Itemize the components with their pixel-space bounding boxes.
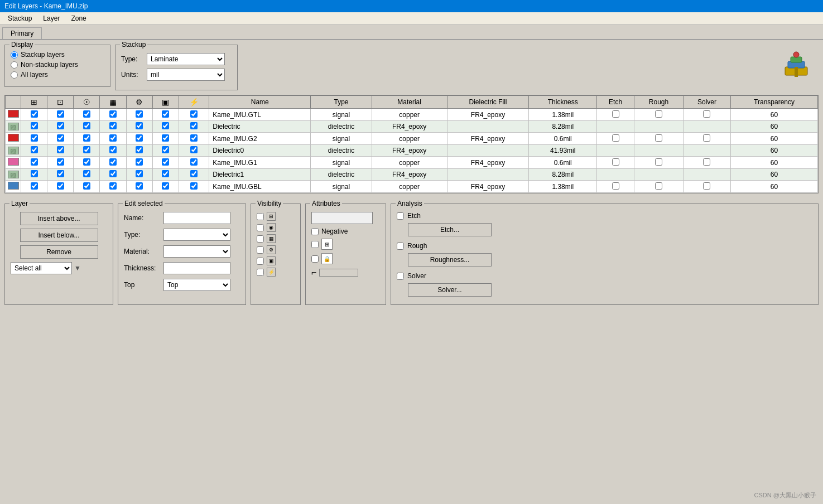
row-vis-check-0[interactable]: [31, 170, 38, 177]
row-vis-check-1[interactable]: [57, 110, 64, 118]
menu-stackup[interactable]: Stackup: [2, 13, 37, 23]
vis-check-3[interactable]: [257, 235, 264, 243]
row-solver-checkbox[interactable]: [703, 110, 710, 118]
row-vis-check-3[interactable]: [109, 134, 117, 142]
etch-button[interactable]: Etch...: [408, 223, 492, 236]
insert-below-button[interactable]: Insert below...: [20, 229, 98, 242]
tab-primary[interactable]: Primary: [2, 27, 42, 39]
vis-check-4[interactable]: [257, 246, 264, 254]
row-vis-check-5[interactable]: [162, 110, 169, 118]
row-etch-checkbox[interactable]: [612, 158, 619, 166]
row-vis-check-5[interactable]: [162, 134, 169, 142]
top-select[interactable]: Top Bottom: [163, 279, 230, 291]
row-etch-checkbox[interactable]: [612, 110, 619, 118]
vis-check-2[interactable]: [257, 224, 264, 231]
row-vis-check-6[interactable]: [190, 134, 198, 142]
row-vis-check-2[interactable]: [83, 146, 90, 153]
svg-point-3: [793, 52, 799, 57]
row-vis-check-1[interactable]: [57, 170, 64, 177]
row-rough-checkbox[interactable]: [655, 158, 662, 166]
row-vis-check-4[interactable]: [136, 158, 143, 166]
row-vis-check-0[interactable]: [31, 110, 38, 118]
attr-slider[interactable]: [319, 269, 358, 277]
row-vis-check-5[interactable]: [162, 170, 169, 177]
row-vis-check-6[interactable]: [190, 182, 198, 190]
row-vis-check-2[interactable]: [83, 158, 90, 166]
row-name: Kame_IMU.GTL: [209, 109, 311, 121]
row-vis-check-4[interactable]: [136, 170, 143, 177]
row-vis-check-1[interactable]: [57, 122, 64, 129]
row-vis-check-0[interactable]: [31, 158, 38, 166]
attr-check-1[interactable]: [311, 241, 319, 248]
rough-checkbox[interactable]: [397, 243, 404, 250]
row-vis-check-2[interactable]: [83, 134, 90, 142]
menu-zone[interactable]: Zone: [65, 13, 92, 23]
name-input[interactable]: [163, 212, 230, 224]
row-vis-check-3[interactable]: [109, 158, 117, 166]
row-vis-check-6[interactable]: [190, 170, 198, 177]
insert-above-button[interactable]: Insert above...: [20, 212, 98, 225]
row-solver-checkbox[interactable]: [703, 158, 710, 166]
row-etch-checkbox[interactable]: [612, 134, 619, 142]
row-vis-check-5[interactable]: [162, 122, 169, 129]
row-vis-check-3[interactable]: [109, 110, 117, 118]
row-vis-check-3[interactable]: [109, 182, 117, 190]
attr-check-2[interactable]: [311, 255, 319, 263]
row-rough-checkbox[interactable]: [655, 110, 662, 118]
stackup-layers-radio[interactable]: [11, 51, 18, 59]
color-cell: ▨: [6, 169, 21, 181]
row-vis-check-6[interactable]: [190, 158, 198, 166]
units-select[interactable]: mil mm in: [147, 69, 225, 81]
non-stackup-layers-radio[interactable]: [11, 61, 18, 69]
row-vis-check-4[interactable]: [136, 122, 143, 129]
row-vis-check-0[interactable]: [31, 134, 38, 142]
select-all-select[interactable]: Select all Signal layers Dielectric laye…: [11, 262, 72, 274]
row-vis-check-6[interactable]: [190, 122, 198, 129]
row-vis-check-4[interactable]: [136, 182, 143, 190]
row-vis-check-2[interactable]: [83, 182, 90, 190]
negative-checkbox[interactable]: [311, 228, 319, 235]
row-solver-checkbox[interactable]: [703, 182, 710, 190]
type-select[interactable]: Laminate Rigid-flex: [147, 53, 225, 65]
vis-check-1[interactable]: [257, 213, 264, 220]
row-vis-check-1[interactable]: [57, 158, 64, 166]
menu-layer[interactable]: Layer: [37, 13, 65, 23]
row-vis-check-1[interactable]: [57, 146, 64, 153]
row-vis-check-3[interactable]: [109, 122, 117, 129]
vis-check-5[interactable]: [257, 258, 264, 265]
remove-button[interactable]: Remove: [20, 245, 98, 259]
row-vis-check-1[interactable]: [57, 182, 64, 190]
type-edit-select[interactable]: signal dielectric: [163, 229, 230, 241]
row-vis-check-3[interactable]: [109, 146, 117, 153]
roughness-button[interactable]: Roughness...: [408, 253, 492, 266]
row-vis-check-2[interactable]: [83, 170, 90, 177]
row-vis-check-0[interactable]: [31, 122, 38, 129]
vis-check-6[interactable]: [257, 269, 264, 276]
row-vis-check-5[interactable]: [162, 182, 169, 190]
row-etch-checkbox[interactable]: [612, 182, 619, 190]
solver-checkbox[interactable]: [397, 273, 404, 280]
row-vis-check-2[interactable]: [83, 110, 90, 118]
row-vis-check-5[interactable]: [162, 146, 169, 153]
row-vis-check-2[interactable]: [83, 122, 90, 129]
row-vis-check-4[interactable]: [136, 134, 143, 142]
thickness-input[interactable]: [163, 262, 230, 274]
row-vis-check-3[interactable]: [109, 170, 117, 177]
row-vis-check-1[interactable]: [57, 134, 64, 142]
row-vis-check-4[interactable]: [136, 110, 143, 118]
row-vis-check-0[interactable]: [31, 182, 38, 190]
row-vis-check-4[interactable]: [136, 146, 143, 153]
row-solver-cell: [683, 109, 730, 121]
etch-checkbox[interactable]: [397, 212, 404, 220]
all-layers-radio[interactable]: [11, 71, 18, 79]
row-solver-checkbox[interactable]: [703, 134, 710, 142]
row-vis-check-5[interactable]: [162, 158, 169, 166]
row-vis-check-0[interactable]: [31, 146, 38, 153]
row-dielectric-fill: FR4_epoxy: [447, 181, 529, 193]
row-vis-check-6[interactable]: [190, 146, 198, 153]
row-rough-checkbox[interactable]: [655, 182, 662, 190]
solver-button[interactable]: Solver...: [408, 283, 492, 297]
material-select[interactable]: copper FR4_epoxy: [163, 245, 230, 258]
row-rough-checkbox[interactable]: [655, 134, 662, 142]
row-vis-check-6[interactable]: [190, 110, 198, 118]
